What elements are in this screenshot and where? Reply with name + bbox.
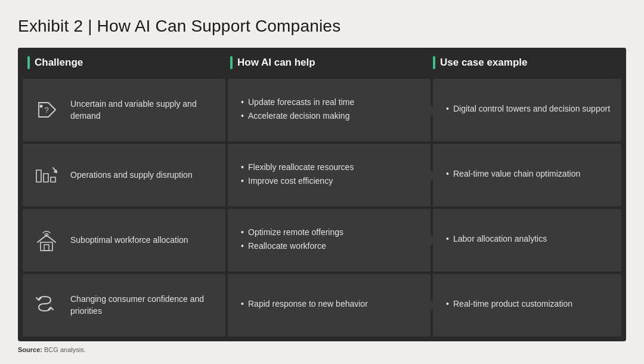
how-ai-header: How AI can help bbox=[221, 56, 423, 69]
source-label: Source: bbox=[18, 346, 42, 353]
list-item: Update forecasts in real time bbox=[240, 97, 354, 109]
table-row: ? Uncertain and variable supply and dema… bbox=[23, 79, 621, 141]
challenge-header: Challenge bbox=[18, 56, 221, 69]
how-ai-list-3: Optimize remote offerings Reallocate wor… bbox=[240, 227, 343, 254]
arrows-loop-icon bbox=[31, 290, 62, 321]
list-item: Real-time value chain optimization bbox=[445, 168, 580, 180]
exhibit-title: Exhibit 2 | How AI Can Support Companies bbox=[18, 17, 626, 36]
challenge-text-1: Uncertain and variable supply and demand bbox=[70, 98, 217, 122]
list-item: Digital control towers and decision supp… bbox=[445, 103, 610, 115]
svg-line-7 bbox=[56, 170, 57, 172]
table-row: Changing consumer confidence and priorit… bbox=[23, 274, 621, 337]
list-item: Reallocate workforce bbox=[240, 240, 343, 252]
source-text: BCG analysis. bbox=[44, 346, 86, 353]
use-case-header-bar bbox=[433, 56, 435, 69]
table-row: Suboptimal workforce allocation Optimize… bbox=[23, 209, 621, 272]
svg-point-0 bbox=[40, 104, 43, 107]
use-case-cell-1: Digital control towers and decision supp… bbox=[433, 79, 621, 141]
use-case-list-3: Labor allocation analytics bbox=[445, 233, 547, 247]
how-ai-cell-2: Flexibly reallocate resources Improve co… bbox=[228, 144, 431, 206]
challenge-header-bar bbox=[27, 56, 30, 69]
use-case-header: Use case example bbox=[423, 56, 626, 69]
how-ai-cell-3: Optimize remote offerings Reallocate wor… bbox=[228, 209, 431, 272]
list-item: Optimize remote offerings bbox=[240, 227, 343, 239]
challenge-text-4: Changing consumer confidence and priorit… bbox=[70, 294, 217, 317]
how-ai-header-bar bbox=[230, 56, 233, 69]
challenge-text-2: Operations and supply disruption bbox=[70, 169, 193, 181]
list-item: Improve cost efficiency bbox=[240, 175, 354, 187]
use-case-list-2: Real-time value chain optimization bbox=[445, 168, 580, 182]
list-item: Accelerate decision making bbox=[240, 110, 354, 122]
how-ai-list-4: Rapid response to new behavior bbox=[240, 298, 368, 312]
challenge-text-3: Suboptimal workforce allocation bbox=[70, 235, 188, 246]
list-item: Rapid response to new behavior bbox=[240, 298, 368, 310]
main-table: Challenge How AI can help Use case examp… bbox=[18, 48, 626, 341]
svg-rect-8 bbox=[41, 242, 52, 251]
svg-point-10 bbox=[46, 235, 48, 237]
how-ai-cell-4: Rapid response to new behavior bbox=[228, 274, 431, 337]
source-line: Source: BCG analysis. bbox=[18, 346, 626, 353]
home-wifi-icon bbox=[31, 225, 62, 256]
use-case-cell-2: Real-time value chain optimization bbox=[433, 144, 621, 206]
how-ai-list-1: Update forecasts in real time Accelerate… bbox=[240, 97, 354, 124]
list-item: Flexibly reallocate resources bbox=[240, 162, 354, 174]
svg-text:?: ? bbox=[44, 106, 48, 115]
how-ai-cell-1: Update forecasts in real time Accelerate… bbox=[228, 79, 431, 141]
table-row: Operations and supply disruption Flexibl… bbox=[23, 144, 621, 206]
challenge-cell-4: Changing consumer confidence and priorit… bbox=[23, 274, 225, 337]
list-item: Real-time product customization bbox=[445, 298, 572, 310]
svg-rect-9 bbox=[44, 245, 49, 251]
header-row: Challenge How AI can help Use case examp… bbox=[18, 48, 626, 76]
challenge-cell-1: ? Uncertain and variable supply and dema… bbox=[23, 79, 225, 141]
use-case-list-4: Real-time product customization bbox=[445, 298, 572, 312]
list-item: Labor allocation analytics bbox=[445, 233, 547, 245]
svg-rect-3 bbox=[44, 174, 48, 182]
page-wrapper: Exhibit 2 | How AI Can Support Companies… bbox=[0, 0, 644, 364]
use-case-cell-3: Labor allocation analytics bbox=[433, 209, 621, 272]
data-rows: ? Uncertain and variable supply and dema… bbox=[18, 76, 626, 341]
use-case-cell-4: Real-time product customization bbox=[433, 274, 621, 337]
how-ai-list-2: Flexibly reallocate resources Improve co… bbox=[240, 162, 354, 189]
svg-rect-4 bbox=[51, 177, 55, 182]
svg-rect-2 bbox=[36, 170, 41, 182]
question-tag-icon: ? bbox=[31, 95, 62, 126]
use-case-list-1: Digital control towers and decision supp… bbox=[445, 103, 610, 117]
challenge-cell-3: Suboptimal workforce allocation bbox=[23, 209, 225, 272]
challenge-cell-2: Operations and supply disruption bbox=[23, 144, 225, 206]
bar-chart-down-icon bbox=[31, 160, 62, 191]
